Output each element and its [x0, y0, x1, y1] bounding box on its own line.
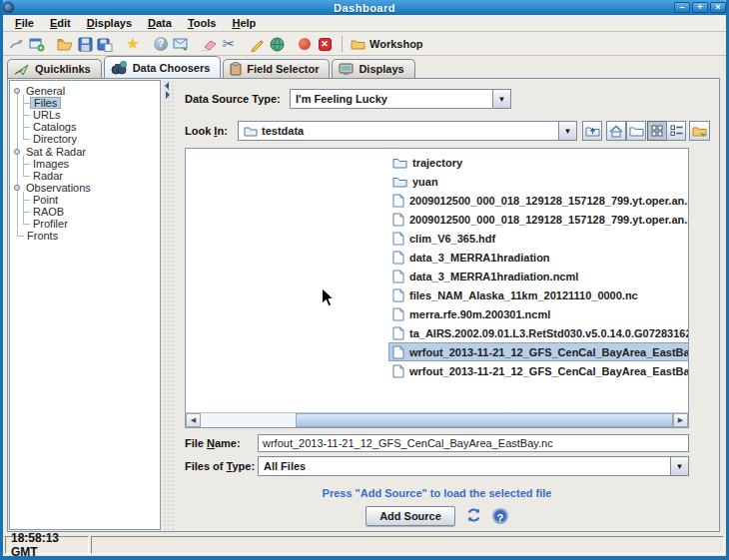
scrollbar-thumb[interactable]	[296, 413, 673, 427]
help-glyph: ?	[154, 37, 168, 51]
tree-item-images[interactable]: Images	[10, 158, 160, 170]
tree-item-raob[interactable]: RAOB	[10, 206, 160, 218]
data-source-type-combo[interactable]: I'm Feeling Lucky ▼	[290, 89, 511, 109]
menu-data[interactable]: Data	[140, 16, 180, 30]
menu-displays[interactable]: Displays	[79, 16, 140, 30]
file-icon	[392, 194, 404, 208]
tree-item-observations[interactable]: Observations	[10, 182, 160, 194]
file-name-label: File Name:	[185, 437, 241, 449]
horizontal-scrollbar[interactable]: ◀ ▶	[186, 412, 688, 427]
menu-edit[interactable]: Edit	[42, 16, 79, 30]
menu-tools[interactable]: Tools	[180, 16, 225, 30]
minimize-button[interactable]: –	[674, 2, 690, 13]
file-row[interactable]: ta_AIRS.2002.09.01.L3.RetStd030.v5.0.14.…	[388, 323, 688, 342]
globe-icon[interactable]	[268, 35, 286, 53]
file-row[interactable]: 2009012500_000_018_129128_157128_799.yt.…	[388, 191, 688, 210]
tab-data-choosers[interactable]: Data Choosers	[104, 56, 222, 78]
tree-item-radar[interactable]: Radar	[10, 170, 160, 182]
file-icon	[392, 213, 404, 227]
collapse-left-icon[interactable]	[165, 82, 169, 90]
tree-expand-knob-icon[interactable]	[14, 185, 20, 191]
file-row[interactable]: data_3_MERRA1hradiation	[388, 248, 554, 267]
file-row[interactable]: data_3_MERRA1hradiation.ncml	[388, 267, 582, 285]
maximize-button[interactable]: +	[692, 2, 708, 13]
look-in-combo[interactable]: testdata ▼	[238, 121, 577, 141]
split-divider[interactable]	[163, 80, 175, 530]
file-row[interactable]: 2009012500_000_018_129128_157128_799.yt.…	[388, 210, 688, 229]
tree-expand-knob-icon[interactable]	[14, 149, 20, 155]
file-icon	[392, 251, 404, 265]
file-row[interactable]: files_NAM_Alaska_11km_20121110_0000.nc	[388, 285, 642, 304]
favorite-star-icon[interactable]: ★	[124, 35, 142, 53]
file-row[interactable]: yuan	[388, 172, 442, 191]
stop-icon[interactable]: ✕	[316, 35, 334, 53]
file-icon	[392, 364, 404, 378]
workshop-folder-icon	[351, 38, 365, 50]
close-button[interactable]: ×	[710, 2, 726, 13]
workshop-button[interactable]: Workshop	[351, 38, 423, 50]
menu-help[interactable]: Help	[224, 16, 264, 30]
scroll-left-icon[interactable]: ◀	[186, 413, 201, 427]
save-copy-glyph	[97, 37, 113, 52]
refresh-button[interactable]	[465, 507, 482, 525]
tree-expand-knob-icon[interactable]	[14, 88, 20, 94]
star-glyph: ★	[126, 37, 140, 51]
tree-item-sat-radar[interactable]: Sat & Radar	[10, 146, 160, 158]
tree-item-urls[interactable]: URLs	[10, 109, 160, 121]
file-icon	[392, 270, 404, 283]
look-in-label: Look In:	[185, 125, 228, 137]
menu-file[interactable]: File	[7, 16, 42, 30]
open-folder-icon[interactable]	[56, 35, 74, 53]
tiles-view-toggle[interactable]	[647, 121, 667, 141]
details-view-toggle[interactable]	[666, 121, 686, 141]
chevron-down-icon[interactable]: ▼	[558, 122, 576, 140]
tiles-view-icon	[651, 125, 664, 137]
up-level-button[interactable]	[582, 121, 602, 141]
tab-quicklinks[interactable]: Quicklinks	[7, 59, 102, 78]
cut-icon[interactable]: ✂	[220, 35, 238, 53]
file-row[interactable]: trajectory	[388, 153, 466, 172]
save-copy-icon[interactable]	[96, 35, 114, 53]
scrollbar-track[interactable]	[201, 413, 673, 427]
file-row[interactable]: clim_V6_365.hdf	[388, 229, 499, 248]
files-of-type-combo[interactable]: All Files ▼	[258, 456, 689, 476]
dashboard-window: Dashboard – + × File Edit Displays Data …	[0, 0, 729, 560]
add-source-button[interactable]: Add Source	[365, 506, 455, 526]
folder-icon	[244, 126, 258, 137]
eraser-icon[interactable]	[200, 35, 218, 53]
chevron-down-icon[interactable]: ▼	[492, 90, 510, 108]
file-row[interactable]: wrfout_2013-11-21_12_GFS_CenCal_BayArea_…	[388, 361, 688, 380]
file-icon	[392, 232, 404, 246]
tree-item-catalogs[interactable]: Catalogs	[10, 121, 160, 133]
home-icon	[609, 125, 623, 138]
tree-item-profiler[interactable]: Profiler	[10, 218, 160, 230]
help-button[interactable]: ?	[492, 508, 508, 524]
save-icon[interactable]	[76, 35, 94, 53]
new-window-glyph	[29, 36, 45, 52]
help-icon[interactable]: ?	[152, 35, 170, 53]
collapse-right-icon[interactable]	[166, 91, 170, 99]
file-row-selected[interactable]: wrfout_2013-11-21_12_GFS_CenCal_BayArea_…	[388, 342, 688, 361]
tree-item-directory[interactable]: Directory	[10, 133, 160, 145]
edit-pencil-icon[interactable]	[248, 35, 266, 53]
tree-item-fronts[interactable]: Fronts	[10, 230, 160, 242]
new-window-icon[interactable]	[28, 35, 46, 53]
tree-item-point[interactable]: Point	[10, 194, 160, 206]
load-directory-button[interactable]	[689, 121, 710, 141]
scroll-right-icon[interactable]: ▶	[673, 413, 688, 427]
tree-item-files[interactable]: Files	[10, 97, 160, 109]
up-folder-icon	[585, 125, 600, 137]
title-bar[interactable]: Dashboard – + ×	[0, 0, 729, 15]
tab-displays[interactable]: Displays	[332, 59, 414, 78]
tab-displays-label: Displays	[359, 63, 403, 75]
draw-icon[interactable]	[8, 35, 26, 53]
record-icon[interactable]	[296, 35, 314, 53]
new-folder-button[interactable]	[626, 121, 646, 141]
chevron-down-icon[interactable]: ▼	[670, 457, 688, 475]
file-name-input[interactable]: wrfout_2013-11-21_12_GFS_CenCal_BayArea_…	[258, 434, 689, 452]
tab-field-selector[interactable]: Field Selector	[223, 59, 330, 78]
tree-item-general[interactable]: General	[10, 85, 160, 97]
home-button[interactable]	[606, 121, 626, 141]
file-row[interactable]: merra.rfe.90m.200301.ncml	[388, 304, 554, 323]
send-icon[interactable]	[172, 35, 190, 53]
